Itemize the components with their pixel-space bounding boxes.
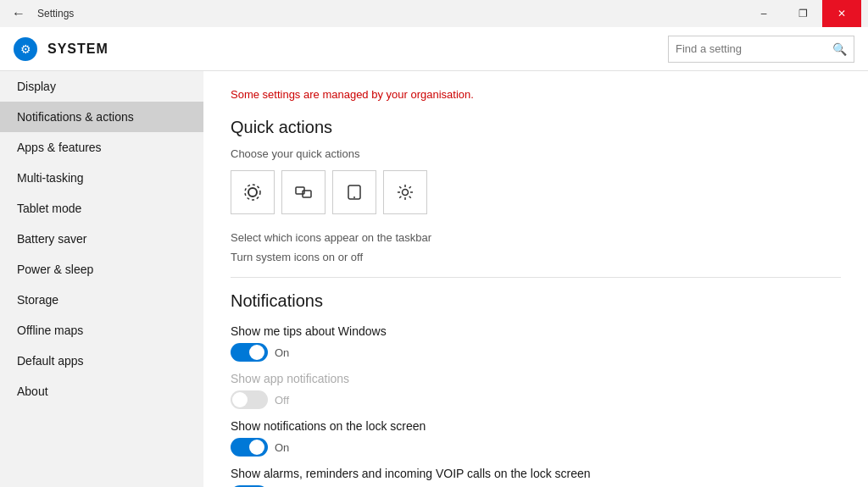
- tips-toggle-state: On: [275, 346, 289, 359]
- restore-button[interactable]: ❐: [783, 0, 822, 27]
- tips-label: Show me tips about Windows: [231, 324, 841, 338]
- sidebar: Display Notifications & actions Apps & f…: [0, 71, 203, 487]
- sidebar-item-default-apps[interactable]: Default apps: [0, 346, 203, 376]
- app-notif-toggle-container: Off: [231, 390, 841, 409]
- svg-point-5: [353, 196, 355, 198]
- system-icons-link[interactable]: Turn system icons on or off: [231, 251, 841, 263]
- content-area: Some settings are managed by your organi…: [203, 71, 868, 487]
- lock-screen-toggle[interactable]: [231, 438, 268, 457]
- tips-toggle-thumb: [249, 345, 264, 360]
- app-notif-toggle-state: Off: [275, 394, 289, 407]
- sidebar-item-storage[interactable]: Storage: [0, 285, 203, 315]
- search-input[interactable]: [669, 36, 826, 62]
- sidebar-item-notifications[interactable]: Notifications & actions: [0, 102, 203, 132]
- alarms-label: Show alarms, reminders and incoming VOIP…: [231, 467, 841, 480]
- section-divider: [231, 277, 841, 278]
- lock-screen-toggle-container: On: [231, 438, 841, 457]
- close-button[interactable]: ✕: [822, 0, 861, 27]
- gear-icon: [396, 183, 415, 202]
- tips-toggle[interactable]: [231, 343, 268, 362]
- titlebar-title: Settings: [37, 8, 74, 19]
- app-notif-toggle-thumb: [232, 392, 248, 407]
- back-button[interactable]: ←: [7, 3, 31, 25]
- quick-action-4[interactable]: [383, 170, 427, 214]
- app-header: ⚙ SYSTEM 🔍: [0, 27, 868, 71]
- choose-quick-actions-label: Choose your quick actions: [231, 147, 841, 160]
- lock-screen-toggle-row: Show notifications on the lock screen On: [231, 419, 841, 457]
- sidebar-item-offline-maps[interactable]: Offline maps: [0, 315, 203, 346]
- connect-icon: [294, 183, 313, 202]
- system-icon: ⚙: [14, 37, 37, 61]
- app-notif-toggle-row: Show app notifications Off: [231, 372, 841, 409]
- lock-screen-toggle-thumb: [249, 440, 264, 455]
- sidebar-item-display[interactable]: Display: [0, 71, 203, 102]
- quick-action-2[interactable]: [281, 170, 326, 214]
- search-button[interactable]: 🔍: [826, 42, 854, 56]
- tablet-icon: [345, 183, 364, 202]
- notifications-title: Notifications: [231, 291, 841, 311]
- sidebar-item-tablet-mode[interactable]: Tablet mode: [0, 193, 203, 224]
- brightness-icon: [243, 183, 262, 202]
- titlebar: ← Settings – ❐ ✕: [0, 0, 868, 27]
- alarms-toggle-row: Show alarms, reminders and incoming VOIP…: [231, 467, 841, 487]
- search-box: 🔍: [668, 36, 854, 63]
- taskbar-icons-link[interactable]: Select which icons appear on the taskbar: [231, 231, 841, 244]
- lock-screen-toggle-state: On: [275, 441, 289, 454]
- svg-point-1: [245, 185, 260, 200]
- app-notif-label: Show app notifications: [231, 372, 841, 385]
- quick-actions-title: Quick actions: [231, 118, 841, 137]
- page-title: SYSTEM: [47, 42, 658, 57]
- sidebar-item-power-sleep[interactable]: Power & sleep: [0, 254, 203, 285]
- lock-screen-label: Show notifications on the lock screen: [231, 419, 841, 433]
- sidebar-item-battery-saver[interactable]: Battery saver: [0, 224, 203, 254]
- tips-toggle-container: On: [231, 343, 841, 362]
- titlebar-controls: – ❐ ✕: [744, 0, 861, 27]
- svg-point-6: [403, 190, 409, 196]
- quick-actions-row: [231, 170, 841, 214]
- app-notif-toggle: [231, 390, 268, 409]
- quick-action-1[interactable]: [231, 170, 275, 214]
- minimize-button[interactable]: –: [744, 0, 783, 27]
- tips-toggle-row: Show me tips about Windows On: [231, 324, 841, 362]
- titlebar-left: ← Settings: [7, 3, 74, 25]
- quick-action-3[interactable]: [332, 170, 376, 214]
- sidebar-item-apps-features[interactable]: Apps & features: [0, 132, 203, 163]
- sidebar-item-about[interactable]: About: [0, 376, 203, 407]
- org-message: Some settings are managed by your organi…: [231, 88, 841, 101]
- main-layout: Display Notifications & actions Apps & f…: [0, 71, 868, 487]
- sidebar-item-multitasking[interactable]: Multi-tasking: [0, 163, 203, 193]
- svg-point-0: [248, 188, 257, 196]
